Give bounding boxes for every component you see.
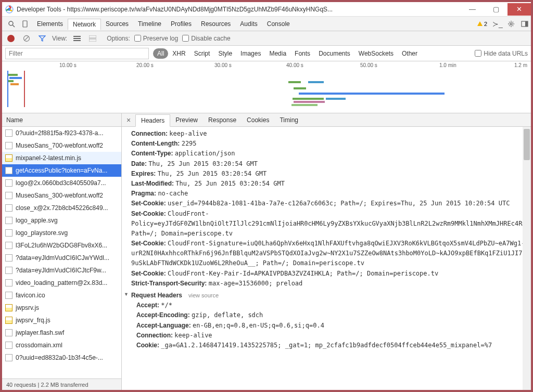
close-button[interactable]: ✕ — [507, 3, 531, 16]
response-header: Connection: keep-alive — [131, 129, 527, 139]
request-row[interactable]: jwplayer.flash.swf — [2, 326, 121, 339]
file-icon — [5, 254, 12, 262]
filter-media[interactable]: Media — [265, 48, 290, 59]
request-row[interactable]: MuseoSans_300-webfont.woff2 — [2, 189, 121, 202]
request-row[interactable]: MuseoSans_700-webfont.woff2 — [2, 139, 121, 152]
filter-style[interactable]: Style — [214, 48, 236, 59]
file-icon — [5, 354, 12, 361]
request-headers-section[interactable]: Request Headersview source — [131, 291, 527, 300]
time-label: 1.0 min — [439, 62, 456, 68]
detail-tab-headers[interactable]: Headers — [135, 114, 170, 127]
file-icon — [5, 317, 12, 324]
request-row[interactable]: 0?uuid=2f881f5a-f923-4378-a... — [2, 127, 121, 139]
filter-images[interactable]: Images — [236, 48, 265, 59]
view-large-icon[interactable] — [87, 33, 98, 44]
svg-line-9 — [24, 36, 29, 41]
request-row[interactable]: ?data=eyJldmVudCI6ICJwYWdl... — [2, 252, 121, 264]
hide-data-urls-checkbox[interactable]: Hide data URLs — [475, 50, 528, 57]
view-small-icon[interactable] — [71, 33, 83, 44]
svg-rect-7 — [525, 21, 528, 27]
filter-row: AllXHRScriptStyleImagesMediaFontsDocumen… — [2, 46, 531, 61]
filter-icon[interactable] — [36, 33, 48, 44]
detail-tab-timing[interactable]: Timing — [274, 114, 303, 126]
time-label: 30.00 s — [214, 62, 232, 68]
request-row[interactable]: jwpsrv.js — [2, 302, 121, 314]
scrollbar[interactable] — [523, 127, 531, 390]
network-timeline[interactable]: 10.00 s20.00 s30.00 s40.00 s50.00 s1.0 m… — [2, 61, 531, 113]
request-row[interactable]: l3FoL2Iu6hW2bGDG8Fbv8xX6... — [2, 239, 121, 252]
detail-tab-preview[interactable]: Preview — [170, 114, 203, 126]
tab-elements[interactable]: Elements — [32, 19, 68, 29]
request-header: Accept-Language: en-GB,en;q=0.8,en-US;q=… — [131, 321, 527, 331]
request-row[interactable]: logo_playstore.svg — [2, 227, 121, 239]
filter-other[interactable]: Other — [398, 48, 422, 59]
console-icon[interactable]: ≻_ — [491, 18, 504, 30]
request-row[interactable]: jwpsrv_frq.js — [2, 314, 121, 326]
search-icon[interactable] — [5, 18, 18, 30]
tab-timeline[interactable]: Timeline — [133, 19, 166, 29]
device-icon[interactable] — [19, 18, 31, 30]
request-row[interactable]: logo@2x.0660bd3c8405509a7... — [2, 177, 121, 189]
filter-websockets[interactable]: WebSockets — [354, 48, 398, 59]
disable-cache-checkbox[interactable]: Disable cache — [182, 35, 230, 42]
dock-icon[interactable] — [518, 18, 531, 30]
tab-console[interactable]: Console — [262, 19, 295, 29]
response-header: Set-Cookie: CloudFront-Signature=iuQ0Lha… — [131, 239, 527, 269]
close-detail-icon[interactable]: × — [122, 113, 135, 127]
request-name: jwpsrv.js — [16, 304, 39, 311]
filter-script[interactable]: Script — [190, 48, 214, 59]
detail-pane: × HeadersPreviewResponseCookiesTiming Co… — [122, 113, 531, 390]
filter-xhr[interactable]: XHR — [168, 48, 189, 59]
filter-fonts[interactable]: Fonts — [290, 48, 314, 59]
time-label: 40.00 s — [286, 62, 303, 68]
svg-rect-4 — [23, 21, 27, 27]
tab-resources[interactable]: Resources — [196, 19, 235, 29]
minimize-button[interactable]: — — [461, 3, 484, 16]
record-button[interactable] — [5, 33, 17, 44]
file-icon — [5, 129, 12, 137]
response-header: Content-Type: application/json — [131, 149, 527, 159]
clear-icon[interactable] — [21, 33, 32, 44]
tab-profiles[interactable]: Profiles — [166, 19, 196, 29]
request-items[interactable]: 0?uuid=2f881f5a-f923-4378-a...MuseoSans_… — [2, 127, 121, 378]
request-name: l3FoL2Iu6hW2bGDG8Fbv8xX6... — [16, 242, 107, 249]
request-row[interactable]: video_loading_pattern@2x.83d... — [2, 277, 121, 289]
headers-body[interactable]: Connection: keep-aliveContent-Length: 22… — [122, 127, 531, 390]
tab-network[interactable]: Network — [68, 19, 101, 30]
request-header: Accept: */* — [131, 300, 527, 310]
response-header: Date: Thu, 25 Jun 2015 03:20:54 GMT — [131, 159, 527, 169]
request-name: video_loading_pattern@2x.83d... — [16, 279, 107, 286]
request-name: close_x@2x.72b8cb45226c849... — [16, 204, 108, 212]
file-icon — [5, 142, 12, 149]
detail-tab-cookies[interactable]: Cookies — [242, 114, 274, 126]
filter-all[interactable]: All — [153, 48, 168, 59]
request-row[interactable]: getAccessPublic?token=aFvNa... — [2, 164, 121, 177]
request-row[interactable]: favicon.ico — [2, 289, 121, 302]
request-row[interactable]: crossdomain.xml — [2, 339, 121, 351]
request-name: getAccessPublic?token=aFvNa... — [16, 167, 107, 174]
file-icon — [5, 292, 12, 299]
request-name: MuseoSans_300-webfont.woff2 — [16, 192, 103, 199]
request-row[interactable]: close_x@2x.72b8cb45226c849... — [2, 202, 121, 214]
request-row[interactable]: mixpanel-2-latest.min.js — [2, 152, 121, 164]
warning-badge[interactable]: 2 — [477, 21, 487, 27]
request-row[interactable]: 0?uuid=ed8832a0-1b3f-4c5e-... — [2, 351, 121, 364]
name-column-header[interactable]: Name — [2, 113, 121, 127]
file-icon — [5, 154, 12, 162]
request-name: logo_playstore.svg — [16, 229, 68, 237]
request-name: jwplayer.flash.swf — [16, 329, 64, 336]
filter-documents[interactable]: Documents — [314, 48, 354, 59]
preserve-log-checkbox[interactable]: Preserve log — [134, 35, 178, 42]
request-row[interactable]: logo_apple.svg — [2, 214, 121, 227]
settings-icon[interactable] — [505, 18, 517, 30]
detail-tab-response[interactable]: Response — [203, 114, 242, 126]
window-title: Developer Tools - https://www.periscope.… — [17, 6, 461, 13]
tab-sources[interactable]: Sources — [101, 19, 133, 29]
network-toolbar: View: Options: Preserve log Disable cach… — [2, 31, 531, 46]
filter-input[interactable] — [5, 48, 149, 59]
request-row[interactable]: ?data=eyJldmVudCI6ICJtcF9w... — [2, 264, 121, 277]
response-header: Expires: Thu, 25 Jun 2015 03:20:54 GMT — [131, 169, 527, 179]
response-header: Strict-Transport-Security: max-age=31536… — [131, 279, 527, 289]
maximize-button[interactable]: ▢ — [484, 3, 507, 16]
tab-audits[interactable]: Audits — [235, 19, 262, 29]
